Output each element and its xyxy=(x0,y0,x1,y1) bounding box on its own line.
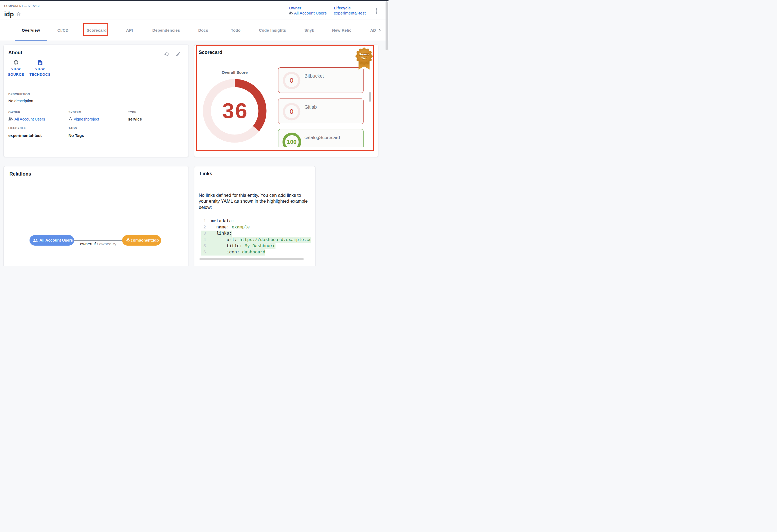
svg-text:Tier: Tier xyxy=(361,56,367,60)
svg-text:Bronze: Bronze xyxy=(359,52,369,56)
